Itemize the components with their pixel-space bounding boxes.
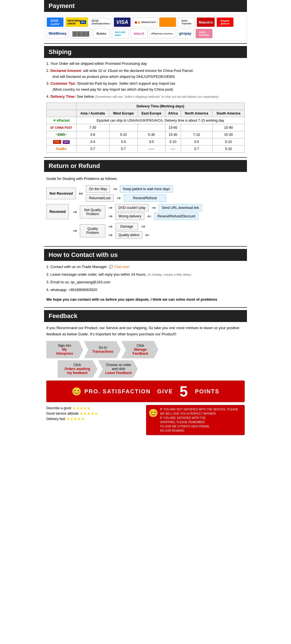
arrow-qd: ⇒ xyxy=(108,232,113,238)
arrow-wd2: ⇐ xyxy=(147,213,151,219)
dvd-box: DVD couldn't play xyxy=(115,204,149,211)
damage-row: ⇒ Damage ⇒ xyxy=(107,223,151,230)
webmoney-logo: WebMoney xyxy=(47,29,68,38)
service-stars: ★★★★★ xyxy=(80,411,98,416)
row-epacket: ✈ ePacket Epacket can ship to USA/AU/UK/… xyxy=(47,117,245,124)
damage-box: Damage xyxy=(115,223,138,230)
rating-describe: Describe a good ★★★★★ xyxy=(46,406,140,410)
contact-title: How to Contact with us xyxy=(44,249,247,261)
smiley-icon: 😊 xyxy=(148,407,158,419)
rating-delivery: Delivery fast ★★★★★ xyxy=(46,417,140,421)
divider-3 xyxy=(44,246,247,247)
arrow-nr: ⇔ xyxy=(79,190,83,197)
on-the-way-row: On the Way ⇒ Keep patient to wait more d… xyxy=(86,185,173,193)
arrow-wd: ⇒ xyxy=(108,213,113,219)
ems-asia: 3-8 xyxy=(76,131,109,138)
describe-label: Describe a good xyxy=(46,406,71,410)
feedback-title: Feedback xyxy=(44,310,247,322)
chinapost-west-europe xyxy=(109,124,138,131)
step-5: Choose on orderand clickLeave Feedback xyxy=(98,360,138,378)
doku-logo: doku●S xyxy=(130,29,147,38)
col-south-america: South America xyxy=(212,110,244,117)
delivery-stars: ★★★★★ xyxy=(66,417,85,421)
arrow-qd2: ⇐ xyxy=(145,232,149,238)
satisfaction-emoji: 😊 xyxy=(72,387,82,396)
declared-amount-label: Declared Amount: xyxy=(50,68,82,73)
fedex-north-america: 3-7 xyxy=(181,145,212,152)
step-4: ClickOrders awaitingmy feedback xyxy=(58,360,97,378)
ems-south-america: 15-30 xyxy=(212,131,244,138)
contact-point-4: 4. whatsapp: +8618968063920 xyxy=(46,287,245,293)
holiday-note: (In holiday, maybe a little delay) xyxy=(147,273,191,276)
chinapost-logo-cell: EF CHINA POST xyxy=(47,124,76,131)
shipping-section: Shiping 1. Your Order will be shipped wi… xyxy=(44,46,247,153)
contact-bold-message: We hope you can contact with us before y… xyxy=(46,296,245,303)
not-received-box: Not Received xyxy=(46,188,76,199)
arrow-url: ⇒ xyxy=(151,205,156,211)
shipping-content: 1. Your Order will be shipped within Pro… xyxy=(44,61,247,153)
delivery-table: Delivery Time (Working days) Asia / Aust… xyxy=(46,103,245,153)
arrow-nqp: ⇒ xyxy=(73,209,77,215)
arrow-qp: ⇒ xyxy=(73,228,77,234)
resend-refund-box1: Resend/Refund xyxy=(124,194,166,202)
quality-defect-box: Quality defect xyxy=(115,231,142,239)
on-the-way-box: On the Way xyxy=(86,185,110,193)
fedex-east-europe: ----- xyxy=(138,145,165,152)
arrow-dmg2: ⇒ xyxy=(141,223,145,230)
dhl-north-america: 3-5 xyxy=(181,138,212,145)
feedback-steps-row2: ClickOrders awaitingmy feedback Choose o… xyxy=(58,360,245,378)
chinapost-south-america: 15-90 xyxy=(212,124,244,131)
chinapost-africa: 15-60 xyxy=(165,124,181,131)
step-4-label: Orders awaitingmy feedback xyxy=(65,367,90,375)
row-chinapost: EF CHINA POST 7-30 15-60 15-90 xyxy=(47,124,245,131)
not-quality-box: Not Quality Problem xyxy=(80,205,105,219)
qp-sub-right: ⇒ Damage ⇒ ⇒ Quality defect ⇐ xyxy=(107,223,151,239)
quality-problem-box: Quality Problem xyxy=(80,224,105,237)
customer-tax-label: Customer Tax: xyxy=(50,81,76,86)
visa-logo: VISA xyxy=(114,17,131,27)
divider-1 xyxy=(44,43,247,44)
return-guide: Guide for Dealing with Problems as follo… xyxy=(44,175,247,182)
shipping-point-2: 2. Declared Amount: will write 10 or 15u… xyxy=(46,68,245,80)
step-2: Go toTransactions xyxy=(84,341,121,358)
yandex-logo: ЯндексДеньги xyxy=(217,17,234,27)
contact-section-wrapper: How to Contact with us 1. Contact with u… xyxy=(44,249,247,303)
right-text: IF YOU ARE NOT SATISFIED WITH THE SERVIC… xyxy=(160,407,238,433)
mercado-logo: mercadopago xyxy=(112,29,129,38)
shipping-point-4: 4. Delivery Time: See below (Sometimes w… xyxy=(46,94,245,100)
received-section: Received ⇒ Not Quality Problem ⇒ DVD cou… xyxy=(46,204,245,239)
fedex-west-europe: 5-7 xyxy=(109,145,138,152)
dhl-south-america: 5-10 xyxy=(212,138,244,145)
satisfaction-banner: 😊 PRO. SATISFACTION GIVE 5 POINTS xyxy=(46,381,245,402)
describe-stars: ★★★★★ xyxy=(72,406,91,410)
ems-north-america: 7-10 xyxy=(181,131,212,138)
col-north-america: North America xyxy=(181,110,212,117)
contact-point-2: 2. Leave message under order, will reply… xyxy=(46,271,245,278)
divider-4 xyxy=(44,307,247,308)
col-asia: Asia / Australia xyxy=(76,110,109,117)
contact-point-3: 3. Email to us: qx_qianxiang@163.com xyxy=(46,279,245,285)
arrow-otw: ⇒ xyxy=(113,186,117,192)
col-west-europe: West Europe xyxy=(109,110,138,117)
satisfaction-five: 5 xyxy=(180,384,188,399)
chinapost-asia: 7-30 xyxy=(76,124,109,131)
epay-logo: ePayOnline Solutions xyxy=(149,29,175,38)
chat-now: 💬 Chat now! xyxy=(109,265,129,269)
return-section: Return or Refund Guide for Dealing with … xyxy=(44,160,247,242)
row-fedex: FedEx 3-7 5-7 ----- ---- 3-7 5-15 xyxy=(47,145,245,152)
col-empty xyxy=(47,110,76,117)
nr-right: On the Way ⇒ Keep patient to wait more d… xyxy=(86,185,173,202)
shipping-point-1: 1. Your Order will be shipped within Pro… xyxy=(46,61,245,67)
maestro-logo: Maestro xyxy=(197,17,215,27)
received-box: Received xyxy=(46,204,69,219)
wrong-delivery-box: Wrong delivery xyxy=(115,213,144,220)
not-received-section: Not Received ⇔ On the Way ⇒ Keep patient… xyxy=(46,185,245,202)
fedex-africa: ---- xyxy=(165,145,181,152)
quality-defect-row: ⇒ Quality defect ⇐ xyxy=(107,231,151,239)
fedex-south-america: 5-15 xyxy=(212,145,244,152)
dhl-logo-cell: DHL UPS xyxy=(47,138,76,145)
flowchart: Not Received ⇔ On the Way ⇒ Keep patient… xyxy=(44,182,247,242)
step-5-label: Leave Feedback xyxy=(105,371,132,375)
dhl-east-europe: 3-5 xyxy=(138,138,165,145)
ems-logo-cell: ~EMS~ xyxy=(47,131,76,138)
